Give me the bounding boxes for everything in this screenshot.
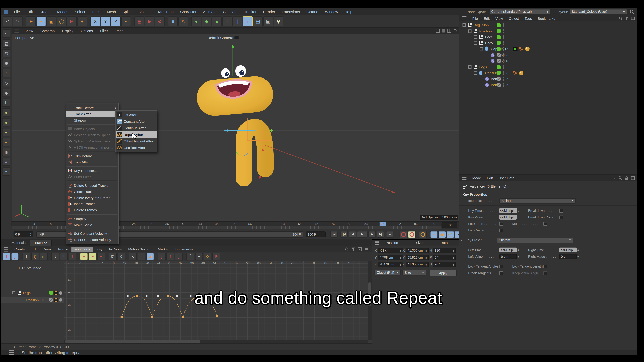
material-tag-icon[interactable] xyxy=(519,70,524,75)
prev-frame-button[interactable]: ◀ xyxy=(349,231,356,238)
live-selection-icon[interactable]: ➤ xyxy=(26,16,36,26)
filter-icon[interactable] xyxy=(625,16,629,20)
menubar-item-mesh[interactable]: Mesh xyxy=(104,9,119,14)
context-menu-item-reset-constant-velocity[interactable]: Reset Constant Velocity xyxy=(66,237,118,243)
search-icon[interactable] xyxy=(630,9,634,14)
om-node-name[interactable]: Position xyxy=(479,29,492,33)
viewport-menu-cameras[interactable]: Cameras xyxy=(37,28,58,33)
submenu-item-constant-after[interactable]: Constant After xyxy=(116,118,157,125)
visibility-toggle[interactable] xyxy=(497,29,500,33)
polygons-mode-icon[interactable]: ◆ xyxy=(2,89,10,97)
floor-icon[interactable]: ▤ xyxy=(253,16,263,26)
menubar-item-select[interactable]: Select xyxy=(72,9,88,14)
expand-toggle[interactable] xyxy=(474,71,477,75)
paint-ball-icon[interactable]: ◒ xyxy=(2,158,10,166)
viewport-menu-display[interactable]: Display xyxy=(58,28,77,33)
snap-icon[interactable] xyxy=(358,247,362,251)
dock-icon[interactable] xyxy=(631,16,635,20)
context-menu-item-set-constant-velocity[interactable]: Set Constant Velocity xyxy=(66,230,118,237)
coordinates-menu-icon[interactable] xyxy=(375,241,379,244)
coord-value-field[interactable]: 4.708 cm▲▼ xyxy=(378,255,403,260)
search-icon[interactable] xyxy=(618,16,622,20)
ds-region-icon[interactable]: ʃ xyxy=(23,253,30,260)
state-dots[interactable] xyxy=(503,83,504,87)
grid-icon[interactable] xyxy=(631,176,635,180)
visibility-toggle[interactable] xyxy=(497,41,500,45)
menubar-item-file[interactable]: File xyxy=(11,9,23,14)
keyframe-point[interactable] xyxy=(182,316,184,318)
om-node-row[interactable]: Bend✓ xyxy=(459,52,638,58)
ds-spline-2-icon[interactable]: ʃ xyxy=(166,253,174,260)
extrude-icon[interactable]: ◆ xyxy=(202,16,212,26)
points-mode-icon[interactable]: ∴ xyxy=(2,69,10,77)
ds-linear-icon[interactable]: — xyxy=(138,253,146,260)
expand-toggle[interactable] xyxy=(12,292,15,294)
magnet-icon[interactable]: ◓ xyxy=(2,167,10,176)
visibility-toggle[interactable] xyxy=(497,77,500,81)
history-back-icon[interactable]: ← xyxy=(606,176,610,180)
record-scale-toggle[interactable]: ▣ xyxy=(438,231,446,238)
ds-zero-angle-icon[interactable]: 0° xyxy=(109,253,117,260)
edges-mode-icon[interactable]: ◇ xyxy=(2,79,10,87)
goto-end-button[interactable]: ▶| xyxy=(386,231,394,238)
fcurve-menu-marker[interactable]: Marker xyxy=(155,247,172,252)
om-node-name[interactable]: Legs xyxy=(479,65,487,69)
fcurve-menu-edit[interactable]: Edit xyxy=(28,247,41,252)
expand-toggle[interactable] xyxy=(474,35,477,39)
visibility-toggle[interactable] xyxy=(497,23,500,27)
ds-step-icon[interactable]: ⌐ xyxy=(195,253,203,260)
ds-flag-icon[interactable]: ⚑ xyxy=(212,253,220,260)
viewport-menu-options[interactable]: Options xyxy=(77,28,96,33)
attribute-multifield[interactable]: <<Multipl xyxy=(500,248,517,252)
ds-curve-3-icon[interactable]: ⌇ xyxy=(68,253,76,260)
ds-spline-3-icon[interactable]: ʃ xyxy=(175,253,183,260)
fcurve-menu-f-curve[interactable]: F-Curve xyxy=(106,247,125,252)
history-forward-icon[interactable]: → xyxy=(612,176,616,180)
coord-value-field[interactable]: -61 cm▲▼ xyxy=(378,248,403,253)
viewport-split-icon[interactable] xyxy=(447,29,451,33)
expand-toggle[interactable] xyxy=(468,29,472,33)
context-menu-item-delete-frames-[interactable]: Delete Frames... xyxy=(66,207,118,213)
record-rotation-toggle[interactable]: ◯ xyxy=(446,231,454,238)
filter-icon[interactable] xyxy=(351,247,355,251)
context-menu-item-simplify-[interactable]: Simplify... xyxy=(66,216,118,222)
menubar-item-character[interactable]: Character xyxy=(177,9,200,14)
viewport-layout-icon[interactable] xyxy=(436,29,440,33)
om-menu-object[interactable]: Object xyxy=(506,16,522,21)
ds-ramp-icon[interactable]: ◢ xyxy=(146,253,154,260)
context-menu-item-ascii-animation-import-[interactable]: AASCII Animation Import... xyxy=(66,144,118,150)
attribute-field[interactable]: 0 cm xyxy=(559,254,576,259)
record-position-toggle[interactable]: + xyxy=(430,231,438,238)
ds-curve-2-icon[interactable]: ⌇ xyxy=(60,253,68,260)
gizmo-red-handle[interactable] xyxy=(262,149,264,151)
viewport-menu-filter[interactable]: Filter xyxy=(96,28,112,33)
attribute-multifield[interactable]: <<Multipl xyxy=(500,208,517,213)
attribute-checkbox[interactable] xyxy=(544,271,547,275)
y-axis-lock-icon[interactable]: Y xyxy=(100,16,110,26)
context-menu-item-insert-frames-[interactable]: Insert Frames... xyxy=(66,201,118,207)
ds-spline-1-icon[interactable]: ʃ xyxy=(158,253,166,260)
menubar-item-help[interactable]: Help xyxy=(341,9,356,14)
play-button[interactable]: ▶ xyxy=(357,231,368,238)
context-menu-item-position-track-to-spline[interactable]: Position Track to Spline xyxy=(66,132,118,138)
state-dots[interactable] xyxy=(503,71,504,75)
context-menu-item-spline-to-position-track[interactable]: Spline to Position Track xyxy=(66,138,118,144)
ds-curve-1-icon[interactable]: ⌇ xyxy=(51,253,59,260)
context-menu-item-trim-after[interactable]: Trim After xyxy=(66,159,118,165)
search-icon[interactable] xyxy=(345,247,349,251)
ds-auto-tangent-icon[interactable]: ᴧ xyxy=(129,253,137,260)
rotate-tool-icon[interactable]: ◯ xyxy=(57,16,66,26)
gizmo-green-handle[interactable] xyxy=(270,129,273,132)
track-state-dot[interactable] xyxy=(59,291,62,295)
node-space-dropdown[interactable]: Current (Standard/Physical)▼ xyxy=(489,9,551,14)
context-menu-item-bake-objects-[interactable]: Bake Objects... xyxy=(66,125,118,132)
enabled-check-icon[interactable]: ✓ xyxy=(506,59,509,63)
state-dots[interactable] xyxy=(503,53,504,57)
fcurve-menu-bookmarks[interactable]: Bookmarks xyxy=(172,247,196,252)
state-dots[interactable] xyxy=(503,41,504,45)
expand-toggle[interactable] xyxy=(474,41,477,45)
ds-parens-icon[interactable]: () xyxy=(31,253,39,260)
subdivision-surface-icon[interactable]: ● xyxy=(191,16,201,26)
attr-menu-user-data[interactable]: User Data xyxy=(496,175,517,180)
pen-spline-icon[interactable]: ✎ xyxy=(178,16,188,26)
